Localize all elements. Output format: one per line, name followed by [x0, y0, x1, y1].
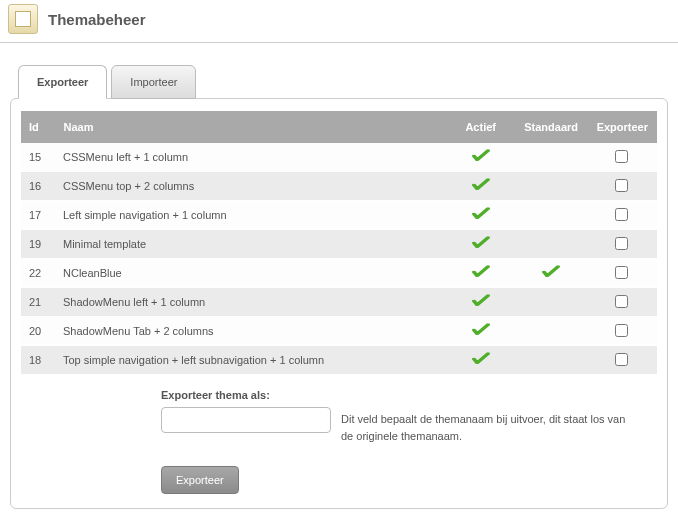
cell-default	[516, 172, 587, 201]
cell-id: 15	[21, 143, 55, 172]
cell-active	[446, 201, 516, 230]
cell-default	[516, 317, 587, 346]
export-checkbox[interactable]	[615, 237, 628, 250]
cell-default	[516, 201, 587, 230]
check-icon	[471, 207, 491, 221]
col-header-default: Standaard	[516, 111, 587, 143]
page-header: Themabeheer	[0, 0, 678, 43]
check-icon	[471, 236, 491, 250]
cell-active	[446, 346, 516, 375]
themes-table: Id Naam Actief Standaard Exporteer 15 CS…	[21, 111, 657, 375]
cell-default	[516, 346, 587, 375]
cell-active	[446, 288, 516, 317]
cell-active	[446, 230, 516, 259]
tab-bar: Exporteer Importeer	[18, 65, 678, 99]
tab-export[interactable]: Exporteer	[18, 65, 107, 99]
cell-id: 20	[21, 317, 55, 346]
table-row: 17 Left simple navigation + 1 column	[21, 201, 657, 230]
cell-name: ShadowMenu Tab + 2 columns	[55, 317, 446, 346]
cell-name: ShadowMenu left + 1 column	[55, 288, 446, 317]
export-name-input[interactable]	[161, 407, 331, 433]
col-header-active: Actief	[446, 111, 516, 143]
col-header-name: Naam	[55, 111, 446, 143]
check-icon	[471, 294, 491, 308]
table-row: 15 CSSMenu left + 1 column	[21, 143, 657, 172]
cell-name: CSSMenu left + 1 column	[55, 143, 446, 172]
cell-export	[587, 346, 657, 375]
themes-icon	[8, 4, 38, 34]
cell-id: 18	[21, 346, 55, 375]
cell-id: 19	[21, 230, 55, 259]
page-title: Themabeheer	[48, 11, 146, 28]
cell-export	[587, 288, 657, 317]
table-row: 16 CSSMenu top + 2 columns	[21, 172, 657, 201]
cell-active	[446, 143, 516, 172]
export-name-label: Exporteer thema als:	[161, 389, 637, 401]
cell-export	[587, 143, 657, 172]
check-icon	[541, 265, 561, 279]
check-icon	[471, 149, 491, 163]
export-submit-button[interactable]: Exporteer	[161, 466, 239, 494]
cell-export	[587, 317, 657, 346]
export-name-help: Dit veld bepaalt de themanaam bij uitvoe…	[341, 407, 637, 444]
cell-default	[516, 288, 587, 317]
cell-default	[516, 230, 587, 259]
cell-export	[587, 201, 657, 230]
export-checkbox[interactable]	[615, 208, 628, 221]
table-row: 21 ShadowMenu left + 1 column	[21, 288, 657, 317]
check-icon	[471, 178, 491, 192]
cell-name: CSSMenu top + 2 columns	[55, 172, 446, 201]
cell-id: 21	[21, 288, 55, 317]
cell-name: NCleanBlue	[55, 259, 446, 288]
export-form: Exporteer thema als: Dit veld bepaalt de…	[21, 389, 657, 494]
cell-name: Minimal template	[55, 230, 446, 259]
cell-export	[587, 259, 657, 288]
cell-default	[516, 143, 587, 172]
col-header-export: Exporteer	[587, 111, 657, 143]
export-checkbox[interactable]	[615, 353, 628, 366]
table-row: 19 Minimal template	[21, 230, 657, 259]
cell-id: 22	[21, 259, 55, 288]
export-checkbox[interactable]	[615, 324, 628, 337]
export-checkbox[interactable]	[615, 295, 628, 308]
cell-export	[587, 230, 657, 259]
cell-export	[587, 172, 657, 201]
cell-name: Top simple navigation + left subnavigati…	[55, 346, 446, 375]
export-panel: Id Naam Actief Standaard Exporteer 15 CS…	[10, 98, 668, 509]
check-icon	[471, 265, 491, 279]
check-icon	[471, 352, 491, 366]
cell-active	[446, 259, 516, 288]
cell-default	[516, 259, 587, 288]
col-header-id: Id	[21, 111, 55, 143]
table-row: 22 NCleanBlue	[21, 259, 657, 288]
export-checkbox[interactable]	[615, 179, 628, 192]
check-icon	[471, 323, 491, 337]
export-checkbox[interactable]	[615, 150, 628, 163]
cell-id: 16	[21, 172, 55, 201]
cell-name: Left simple navigation + 1 column	[55, 201, 446, 230]
cell-active	[446, 172, 516, 201]
tab-import[interactable]: Importeer	[111, 65, 196, 99]
cell-active	[446, 317, 516, 346]
export-checkbox[interactable]	[615, 266, 628, 279]
cell-id: 17	[21, 201, 55, 230]
table-row: 20 ShadowMenu Tab + 2 columns	[21, 317, 657, 346]
table-row: 18 Top simple navigation + left subnavig…	[21, 346, 657, 375]
